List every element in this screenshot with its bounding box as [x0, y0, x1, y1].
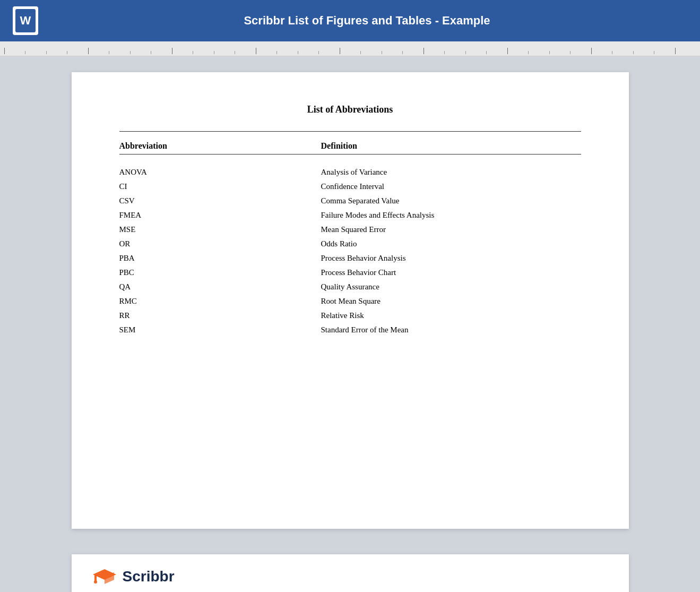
ruler-tick [591, 48, 612, 54]
abbrev-cell: CSV [119, 196, 321, 205]
word-app-icon: W [13, 6, 38, 35]
definition-cell: Standard Error of the Mean [321, 325, 581, 334]
abbrev-cell: RR [119, 311, 321, 320]
abbrev-cell: ANOVA [119, 168, 321, 177]
definition-cell: Relative Risk [321, 311, 581, 320]
footer-branding: Scribbr [72, 554, 629, 592]
document-title: List of Abbreviations [119, 104, 581, 115]
table-header-row: Abbreviation Definition [119, 138, 581, 154]
column-header-abbreviation: Abbreviation [119, 141, 321, 151]
definition-cell: Comma Separated Value [321, 196, 581, 205]
svg-point-3 [94, 580, 97, 584]
ruler-tick [402, 51, 423, 54]
ruler-tick [507, 48, 528, 54]
abbrev-cell: PBC [119, 268, 321, 277]
definition-cell: Process Behavior Chart [321, 268, 581, 277]
abbrev-cell: FMEA [119, 211, 321, 220]
abbrev-cell: MSE [119, 225, 321, 234]
ruler-tick [298, 51, 318, 54]
definition-cell: Root Mean Square [321, 297, 581, 306]
ruler-tick [549, 51, 570, 54]
ruler-tick [4, 48, 25, 54]
definition-cell: Mean Squared Error [321, 225, 581, 234]
ruler-tick [151, 51, 171, 54]
table-row: MSEMean Squared Error [119, 222, 581, 237]
scribbr-logo-icon [93, 565, 116, 588]
ruler-tick [570, 51, 591, 54]
ruler-tick [444, 51, 465, 54]
ruler-tick [360, 51, 381, 54]
ruler-tick [382, 51, 402, 54]
ruler-tick [318, 51, 339, 54]
word-icon-letter: W [15, 9, 36, 32]
table-row: SEMStandard Error of the Mean [119, 323, 581, 337]
abbrev-cell: OR [119, 239, 321, 248]
ruler-tick [25, 51, 46, 54]
footer-wrapper: Scribbr [0, 555, 700, 592]
table-row: FMEAFailure Modes and Effects Analysis [119, 208, 581, 222]
ruler-tick [109, 51, 129, 54]
ruler-tick [675, 48, 696, 54]
svg-rect-2 [94, 574, 97, 581]
definition-cell: Confidence Interval [321, 182, 581, 191]
table-row: CIConfidence Interval [119, 179, 581, 194]
abbrev-cell: SEM [119, 325, 321, 334]
abbrev-cell: CI [119, 182, 321, 191]
ruler-tick [528, 51, 549, 54]
table-body: ANOVAAnalysis of VarianceCIConfidence In… [119, 165, 581, 337]
definition-cell: Quality Assurance [321, 282, 581, 291]
abbreviations-table: Abbreviation Definition ANOVAAnalysis of… [119, 131, 581, 337]
table-row: CSVComma Separated Value [119, 194, 581, 208]
column-header-definition: Definition [321, 141, 581, 151]
abbrev-cell: QA [119, 282, 321, 291]
ruler-tick [424, 48, 444, 54]
definition-cell: Process Behavior Analysis [321, 254, 581, 263]
ruler-marks [4, 41, 696, 56]
ruler-tick [486, 51, 507, 54]
abbrev-cell: PBA [119, 254, 321, 263]
abbrev-cell: RMC [119, 297, 321, 306]
header-title: Scribbr List of Figures and Tables - Exa… [47, 14, 687, 28]
table-row: RMCRoot Mean Square [119, 294, 581, 308]
ruler-tick [340, 48, 360, 54]
table-row: OROdds Ratio [119, 237, 581, 251]
definition-cell: Analysis of Variance [321, 168, 581, 177]
ruler-tick [172, 48, 193, 54]
table-header-line [119, 154, 581, 155]
ruler-tick [654, 51, 675, 54]
ruler-bar [0, 41, 700, 56]
ruler-tick [214, 51, 235, 54]
ruler-tick [88, 48, 109, 54]
ruler-tick [46, 51, 67, 54]
definition-cell: Failure Modes and Effects Analysis [321, 211, 581, 220]
ruler-tick [67, 51, 88, 54]
definition-cell: Odds Ratio [321, 239, 581, 248]
ruler-tick [256, 48, 276, 54]
ruler-tick [633, 51, 654, 54]
ruler-tick [193, 51, 213, 54]
table-row: QAQuality Assurance [119, 280, 581, 294]
ruler-tick [612, 51, 633, 54]
table-row: RRRelative Risk [119, 308, 581, 323]
ruler-tick [130, 51, 151, 54]
ruler-tick [276, 51, 297, 54]
table-top-line [119, 131, 581, 132]
table-row: ANOVAAnalysis of Variance [119, 165, 581, 179]
page-container: List of Abbreviations Abbreviation Defin… [0, 56, 700, 555]
scribbr-brand-name: Scribbr [123, 568, 175, 585]
document-page: List of Abbreviations Abbreviation Defin… [72, 72, 629, 529]
app-header: W Scribbr List of Figures and Tables - E… [0, 0, 700, 41]
table-row: PBAProcess Behavior Analysis [119, 251, 581, 265]
table-row: PBCProcess Behavior Chart [119, 265, 581, 280]
ruler-tick [465, 51, 486, 54]
ruler-tick [235, 51, 255, 54]
